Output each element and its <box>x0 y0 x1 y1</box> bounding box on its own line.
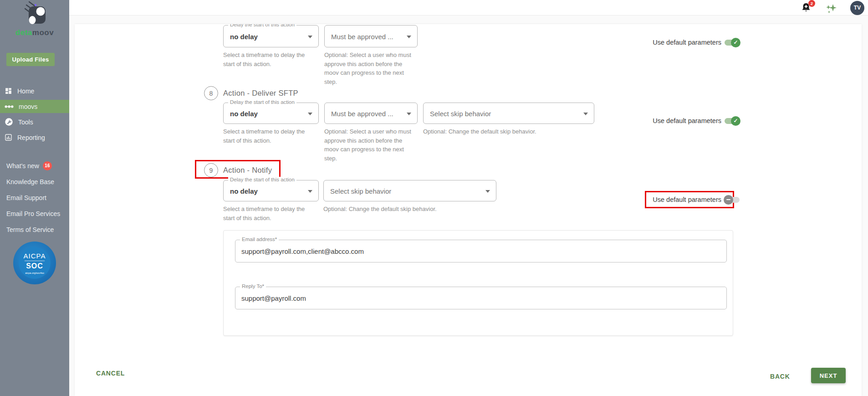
top-bar: 2 TV <box>69 0 868 15</box>
approver-helper-text: Optional: Select a user who must approve… <box>324 51 415 86</box>
check-icon: ✓ <box>731 116 740 126</box>
use-default-parameters-row-step7: Use default parameters ✓ <box>647 37 740 47</box>
sidebar-item-moovs[interactable]: moovs <box>0 100 69 113</box>
use-default-parameters-toggle-step8[interactable]: ✓ <box>724 116 740 126</box>
email-address-field: Email address* <box>235 240 727 262</box>
check-icon: ✓ <box>731 38 740 47</box>
delay-helper-text: Select a timeframe to delay the start of… <box>223 205 314 222</box>
chevron-down-icon <box>308 36 312 38</box>
chevron-down-icon <box>583 113 588 115</box>
skip-helper-text: Optional: Change the default skip behavi… <box>423 127 605 136</box>
delay-select-value: no delay <box>230 109 258 117</box>
delay-select-step7[interactable]: Delay the start of this action no delay <box>223 25 319 47</box>
step8-title: Action - Deliver SFTP <box>223 89 298 98</box>
toggle-label: Use default parameters <box>653 117 721 124</box>
toggle-label: Use default parameters <box>653 196 721 203</box>
reply-to-field: Reply To* <box>235 287 727 309</box>
email-address-input[interactable] <box>241 240 720 262</box>
sidebar-item-reporting[interactable]: Reporting <box>0 131 69 144</box>
reply-to-input[interactable] <box>241 287 720 309</box>
chevron-down-icon <box>485 190 490 193</box>
notifications-button[interactable]: 2 <box>801 2 812 13</box>
sidebar-item-label: Reporting <box>17 134 45 141</box>
notify-parameters-panel: Email address* Reply To* <box>223 230 733 336</box>
notification-count-badge: 2 <box>808 0 815 7</box>
aicpa-soc-badge: AICPA SOC aicpa.org/soc4so <box>13 242 56 284</box>
step9-title: Action - Notify <box>223 166 272 175</box>
moovs-icon <box>5 104 14 109</box>
sidebar-item-label: moovs <box>19 103 37 110</box>
tools-icon <box>5 118 13 126</box>
skip-behavior-select-step8[interactable]: Select skip behavior <box>423 103 594 124</box>
dashboard-icon <box>5 87 12 95</box>
sidebar: detamoov Upload Files Home moovs Tools <box>0 0 69 396</box>
skip-behavior-placeholder: Select skip behavior <box>430 109 491 117</box>
toggle-label: Use default parameters <box>653 39 721 46</box>
delay-helper-text: Select a timeframe to delay the start of… <box>223 51 314 68</box>
user-avatar[interactable]: TV <box>850 1 864 15</box>
soc-badge-line2: SOC <box>26 262 43 270</box>
link-knowledge-base[interactable]: Knowledge Base <box>6 178 60 185</box>
chevron-down-icon <box>407 36 411 38</box>
logo-comet-icon <box>23 1 46 26</box>
delay-helper-text: Select a timeframe to delay the start of… <box>223 127 314 145</box>
delay-select-label: Delay the start of this action <box>228 99 296 105</box>
link-email-support[interactable]: Email Support <box>6 194 60 201</box>
use-default-parameters-toggle-step9[interactable] <box>724 195 740 205</box>
delay-select-value: no delay <box>230 187 258 195</box>
skip-behavior-select-step9[interactable]: Select skip behavior <box>323 180 496 201</box>
chevron-down-icon <box>308 113 312 115</box>
delay-select-value: no delay <box>230 32 258 40</box>
brand-name: detamoov <box>0 28 69 37</box>
app-logo[interactable]: detamoov <box>0 1 69 37</box>
approver-select-step7[interactable]: Must be approved ... <box>324 25 418 47</box>
sparkles-icon[interactable] <box>825 1 837 14</box>
back-button[interactable]: BACK <box>770 373 790 380</box>
link-label: What's new <box>6 162 39 170</box>
use-default-parameters-row-step8: Use default parameters ✓ <box>647 116 740 126</box>
approver-select-placeholder: Must be approved ... <box>331 32 393 40</box>
sidebar-links: What's new 16 Knowledge Base Email Suppo… <box>6 162 60 242</box>
minus-icon <box>724 195 733 205</box>
link-whats-new[interactable]: What's new 16 <box>6 162 60 169</box>
sidebar-nav: Home moovs Tools Reporting <box>0 84 69 144</box>
wizard-content: Delay the start of this action no delay … <box>75 24 862 396</box>
chevron-down-icon <box>308 190 312 193</box>
delay-select-label: Delay the start of this action <box>228 24 296 27</box>
approver-helper-text: Optional: Select a user who must approve… <box>324 127 415 163</box>
soc-badge-line1: AICPA <box>24 252 46 260</box>
upload-files-button[interactable]: Upload Files <box>6 53 55 66</box>
approver-select-placeholder: Must be approved ... <box>331 109 393 117</box>
reporting-icon <box>5 134 12 141</box>
skip-helper-text: Optional: Change the default skip behavi… <box>323 205 505 214</box>
cancel-button[interactable]: CANCEL <box>96 370 125 377</box>
next-button[interactable]: NEXT <box>811 368 846 383</box>
soc-badge-line3: aicpa.org/soc4so <box>25 272 44 274</box>
step8-number-circle: 8 <box>204 86 218 100</box>
delay-select-step9[interactable]: Delay the start of this action no delay <box>223 180 319 201</box>
whats-new-count-badge: 16 <box>43 161 52 170</box>
sidebar-item-tools[interactable]: Tools <box>0 115 69 129</box>
sidebar-item-home[interactable]: Home <box>0 84 69 98</box>
approver-select-step8[interactable]: Must be approved ... <box>324 103 418 124</box>
sidebar-item-label: Home <box>17 87 34 95</box>
chevron-down-icon <box>407 113 411 115</box>
link-terms-of-service[interactable]: Terms of Service <box>6 226 60 233</box>
sidebar-item-label: Tools <box>18 118 33 126</box>
delay-select-step8[interactable]: Delay the start of this action no delay <box>223 103 319 124</box>
step9-number-circle: 9 <box>204 163 218 177</box>
use-default-parameters-toggle-step7[interactable]: ✓ <box>724 38 740 47</box>
use-default-parameters-row-step9: Use default parameters <box>647 195 740 205</box>
delay-select-label: Delay the start of this action <box>228 177 296 182</box>
skip-behavior-placeholder: Select skip behavior <box>330 187 391 195</box>
link-email-pro-services[interactable]: Email Pro Services <box>6 210 60 217</box>
